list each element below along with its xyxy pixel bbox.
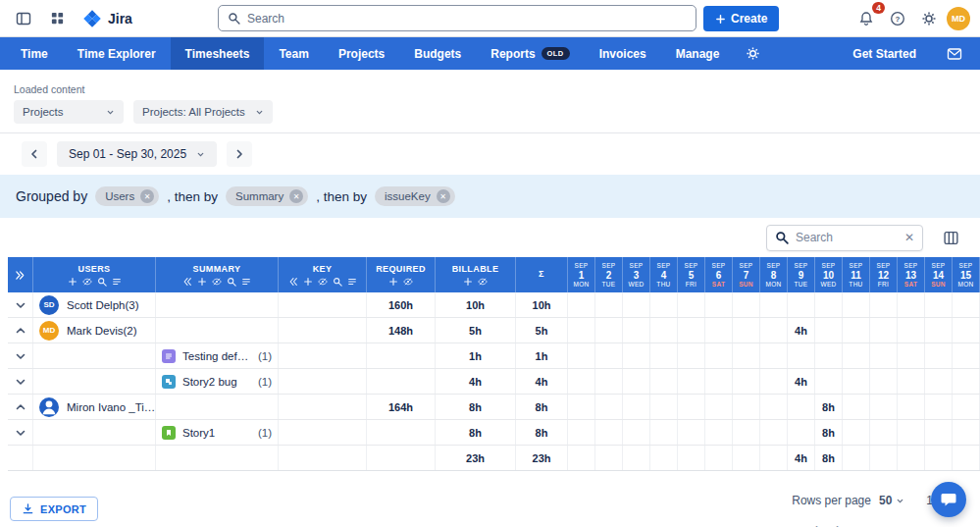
day-cell[interactable]: [843, 292, 870, 317]
day-cell[interactable]: [650, 446, 678, 470]
nav-item-timesheets[interactable]: Timesheets: [171, 37, 265, 70]
next-period-button[interactable]: [227, 141, 252, 167]
eye-off-icon[interactable]: [82, 277, 92, 287]
day-cell[interactable]: [595, 446, 623, 470]
day-cell[interactable]: [678, 420, 705, 445]
day-cell[interactable]: [650, 369, 678, 394]
chevron-up-icon[interactable]: [14, 400, 27, 414]
day-cell[interactable]: [733, 446, 760, 470]
day-cell[interactable]: [953, 446, 980, 470]
rows-per-page-select[interactable]: Rows per page 50: [792, 494, 904, 507]
day-cell[interactable]: [595, 420, 623, 445]
chevron-up-icon[interactable]: [14, 324, 27, 338]
sidebar-toggle-icon[interactable]: [10, 5, 37, 32]
day-cell[interactable]: [953, 318, 980, 343]
day-cell[interactable]: [760, 343, 788, 368]
settings-gear-icon[interactable]: [915, 5, 943, 32]
clear-search-icon[interactable]: ✕: [904, 231, 914, 244]
day-cell[interactable]: [925, 446, 953, 470]
day-cell[interactable]: 8h: [815, 420, 843, 445]
day-cell[interactable]: [678, 446, 705, 470]
nav-item-reports[interactable]: ReportsOLD: [476, 37, 584, 70]
remove-chip-icon[interactable]: ✕: [289, 189, 303, 203]
day-cell[interactable]: [623, 446, 650, 470]
day-cell[interactable]: [623, 369, 650, 394]
nav-item-time[interactable]: Time: [6, 37, 63, 70]
day-cell[interactable]: [843, 343, 870, 368]
day-cell[interactable]: [815, 369, 843, 394]
day-cell[interactable]: [568, 395, 595, 419]
nav-item-projects[interactable]: Projects: [324, 37, 399, 70]
group-chip-summary[interactable]: Summary✕: [226, 186, 308, 206]
day-cell[interactable]: 4h: [788, 318, 815, 343]
day-cell[interactable]: [870, 369, 898, 394]
day-cell[interactable]: [650, 318, 678, 343]
day-cell[interactable]: [870, 292, 898, 317]
nav-item-time-explorer[interactable]: Time Explorer: [63, 37, 171, 70]
export-button[interactable]: EXPORT: [10, 497, 98, 521]
day-cell[interactable]: [953, 369, 980, 394]
day-cell[interactable]: [788, 395, 815, 419]
chevron-down-icon[interactable]: [14, 298, 27, 312]
global-search[interactable]: [218, 5, 696, 31]
day-cell[interactable]: [650, 395, 678, 419]
day-cell[interactable]: [815, 343, 843, 368]
notifications-bell-icon[interactable]: 4: [852, 5, 880, 32]
global-search-input[interactable]: [247, 12, 687, 26]
day-cell[interactable]: [568, 292, 595, 317]
day-cell[interactable]: [925, 395, 953, 419]
day-cell[interactable]: [953, 420, 980, 445]
day-cell[interactable]: [898, 420, 925, 445]
day-cell[interactable]: [678, 343, 705, 368]
day-cell[interactable]: [650, 420, 678, 445]
day-cell[interactable]: [568, 318, 595, 343]
day-cell[interactable]: [733, 292, 760, 317]
jira-logo[interactable]: Jira: [77, 9, 138, 28]
day-cell[interactable]: [623, 292, 650, 317]
app-switcher-icon[interactable]: [43, 5, 71, 32]
day-cell[interactable]: 4h: [788, 369, 815, 394]
group-chip-issuekey[interactable]: issueKey✕: [375, 186, 455, 206]
dbl-left-icon[interactable]: [288, 277, 298, 287]
day-cell[interactable]: [815, 318, 843, 343]
table-search[interactable]: ✕: [766, 225, 923, 251]
day-cell[interactable]: [870, 420, 898, 445]
eye-off-icon[interactable]: [212, 277, 222, 287]
day-cell[interactable]: [843, 369, 870, 394]
day-cell[interactable]: [925, 343, 953, 368]
day-cell[interactable]: [898, 318, 925, 343]
nav-item-budgets[interactable]: Budgets: [399, 37, 476, 70]
day-cell[interactable]: [678, 395, 705, 419]
day-cell[interactable]: [568, 446, 595, 470]
chevron-down-icon[interactable]: [14, 349, 27, 363]
group-chip-users[interactable]: Users✕: [95, 186, 159, 206]
day-cell[interactable]: 8h: [815, 446, 843, 470]
day-cell[interactable]: [705, 318, 733, 343]
plus-icon[interactable]: [388, 277, 398, 287]
day-cell[interactable]: [595, 292, 623, 317]
date-range-select[interactable]: Sep 01 - Sep 30, 2025: [57, 141, 217, 167]
day-cell[interactable]: [733, 318, 760, 343]
day-cell[interactable]: [898, 369, 925, 394]
user-avatar[interactable]: MD: [947, 7, 970, 30]
table-search-input[interactable]: [796, 231, 898, 244]
day-cell[interactable]: [898, 343, 925, 368]
day-cell[interactable]: [815, 292, 843, 317]
day-cell[interactable]: [898, 446, 925, 470]
prev-page-button[interactable]: ‹: [813, 519, 818, 527]
day-cell[interactable]: [760, 369, 788, 394]
day-cell[interactable]: [705, 420, 733, 445]
scope-select[interactable]: Projects: [14, 100, 124, 124]
nav-settings-gear-icon[interactable]: [734, 37, 772, 70]
day-cell[interactable]: [870, 343, 898, 368]
day-cell[interactable]: 4h: [788, 446, 815, 470]
day-cell[interactable]: [788, 343, 815, 368]
chevron-down-icon[interactable]: [14, 375, 27, 389]
day-cell[interactable]: [678, 292, 705, 317]
plus-icon[interactable]: [197, 277, 207, 287]
day-cell[interactable]: [843, 318, 870, 343]
day-cell[interactable]: [733, 395, 760, 419]
day-cell[interactable]: [595, 369, 623, 394]
day-cell[interactable]: [568, 369, 595, 394]
day-cell[interactable]: [760, 446, 788, 470]
